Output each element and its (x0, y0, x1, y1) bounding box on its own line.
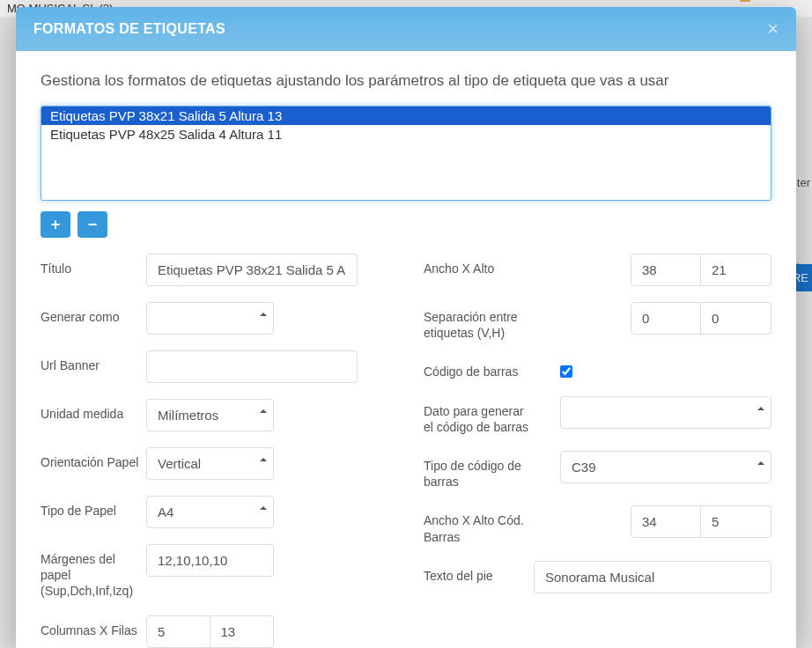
list-item[interactable]: Etiquetas PVP 38x21 Salida 5 Altura 13 (41, 107, 771, 125)
label-ancho-alto: Ancho X Alto (424, 254, 529, 276)
add-button[interactable]: + (41, 211, 70, 238)
label-separacion: Separación entre etiquetas (V,H) (424, 302, 529, 341)
columnas-input[interactable] (146, 615, 210, 648)
label-codigo-barras: Código de barras (424, 357, 529, 379)
label-tipo-codigo: Tipo de código de barras (424, 451, 529, 490)
label-titulo: Título (41, 254, 146, 276)
form-column-right: Ancho X Alto Separación entre etiquetas … (424, 254, 771, 648)
formats-listbox[interactable]: Etiquetas PVP 38x21 Salida 5 Altura 13 E… (41, 106, 771, 201)
url-banner-input[interactable] (146, 350, 358, 383)
cb-alto-input[interactable] (701, 505, 771, 538)
form-columns: Título Generar como Url Banner (41, 254, 771, 648)
cb-ancho-input[interactable] (631, 505, 701, 538)
separacion-v-input[interactable] (631, 302, 701, 335)
form-column-left: Título Generar como Url Banner (41, 254, 388, 648)
filas-input[interactable] (210, 615, 275, 648)
remove-button[interactable]: − (78, 211, 107, 238)
modal-body: Gestiona los formatos de etiquetas ajust… (16, 51, 796, 648)
orientacion-select[interactable]: Vertical (146, 447, 274, 480)
label-url-banner: Url Banner (41, 350, 146, 373)
dato-codigo-select[interactable] (560, 396, 771, 429)
modal-title: FORMATOS DE ETIQUETAS (33, 21, 225, 37)
modal-description: Gestiona los formatos de etiquetas ajust… (41, 72, 771, 90)
modal-formatos-etiquetas: FORMATOS DE ETIQUETAS × Gestiona los for… (16, 7, 796, 648)
plus-icon: + (51, 216, 61, 234)
label-margenes: Márgenes del papel (Sup,Dch,Inf,Izq) (41, 544, 146, 600)
tipo-papel-select[interactable]: A4 (146, 496, 274, 528)
minus-icon: − (88, 216, 98, 234)
ancho-input[interactable] (631, 254, 701, 286)
unidad-medida-select[interactable]: Milímetros (146, 399, 274, 431)
margenes-input[interactable] (146, 544, 274, 577)
titulo-input[interactable] (146, 254, 358, 286)
separacion-h-input[interactable] (701, 302, 771, 335)
label-orientacion: Orientación Papel (41, 447, 146, 470)
generar-como-select[interactable] (146, 302, 274, 335)
label-dato-codigo: Dato para generar el código de barras (424, 396, 529, 435)
list-item[interactable]: Etiquetas PVP 48x25 Salida 4 Altura 11 (41, 125, 771, 144)
close-icon[interactable]: × (767, 19, 779, 39)
alto-input[interactable] (701, 254, 771, 286)
label-tipo-papel: Tipo de Papel (41, 496, 146, 519)
label-texto-pie: Texto del pie (424, 561, 529, 584)
label-unidad-medida: Unidad medida (41, 399, 146, 422)
label-ancho-alto-cb: Ancho X Alto Cód. Barras (424, 505, 529, 544)
listbox-actions: + − (41, 211, 771, 238)
texto-pie-input[interactable] (534, 561, 771, 593)
label-columnas-filas: Columnas X Filas (41, 615, 146, 638)
modal-header: FORMATOS DE ETIQUETAS × (16, 7, 796, 51)
tipo-codigo-select[interactable]: C39 (560, 451, 771, 483)
label-generar-como: Generar como (41, 302, 146, 325)
codigo-barras-checkbox[interactable] (560, 365, 572, 378)
